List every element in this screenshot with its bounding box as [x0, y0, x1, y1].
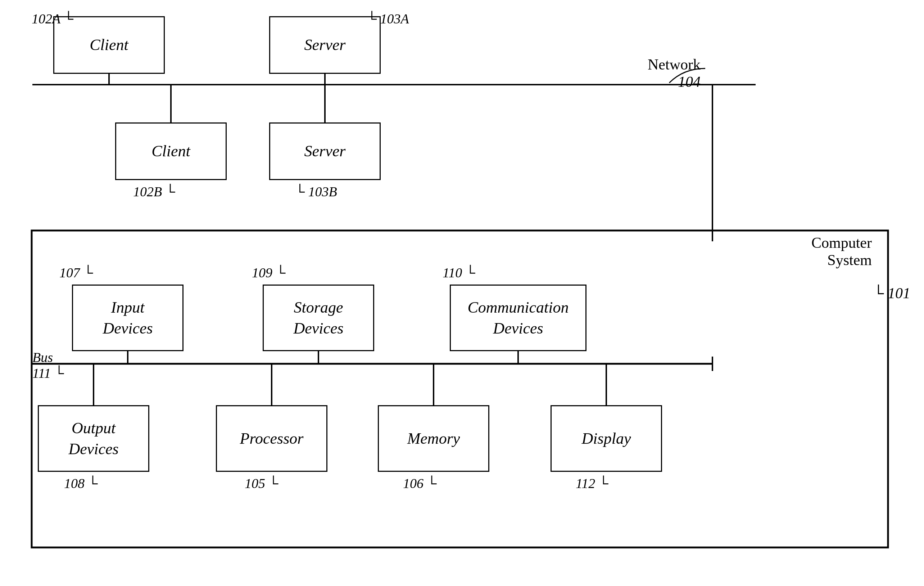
ref-109: 109 └ — [252, 265, 285, 281]
ref-110: 110 └ — [442, 265, 475, 281]
output-devices-box: OutputDevices — [38, 405, 149, 472]
client-b-box: Client — [115, 122, 227, 180]
memory-label: Memory — [407, 428, 460, 449]
ref-107: 107 └ — [59, 265, 93, 281]
server-b-box: Server — [269, 122, 381, 180]
diagram: Client Server Client Server InputDevices… — [0, 0, 924, 586]
output-devices-label: OutputDevices — [68, 418, 119, 459]
memory-box: Memory — [378, 405, 489, 472]
ref-102b: 102B └ — [133, 184, 175, 200]
ref-112: 112 └ — [576, 475, 609, 491]
ref-108: 108 └ — [64, 475, 97, 491]
client-b-label: Client — [152, 141, 190, 161]
display-box: Display — [551, 405, 662, 472]
ref-102a: 102A └ — [32, 11, 73, 26]
storage-devices-box: StorageDevices — [263, 285, 374, 351]
storage-devices-label: StorageDevices — [293, 297, 343, 338]
network-arrow — [640, 65, 713, 90]
ref-105: 105 └ — [245, 475, 278, 491]
server-b-label: Server — [304, 141, 346, 161]
client-a-label: Client — [89, 35, 129, 55]
processor-label: Processor — [240, 428, 304, 449]
comm-devices-box: CommunicationDevices — [450, 285, 586, 351]
computer-system-label: ComputerSystem — [812, 234, 872, 269]
comm-devices-label: CommunicationDevices — [467, 297, 569, 338]
ref-103a: └ 103A — [367, 11, 409, 26]
display-label: Display — [582, 428, 631, 449]
processor-box: Processor — [216, 405, 327, 472]
ref-103b: └ 103B — [295, 184, 337, 200]
server-a-box: Server — [269, 16, 381, 74]
ref-106: 106 └ — [403, 475, 436, 491]
server-a-label: Server — [304, 35, 346, 55]
input-devices-label: InputDevices — [102, 297, 153, 338]
ref-101: └ 101 — [873, 285, 910, 302]
input-devices-box: InputDevices — [72, 285, 183, 351]
bus-label: Bus111 └ — [32, 349, 64, 381]
